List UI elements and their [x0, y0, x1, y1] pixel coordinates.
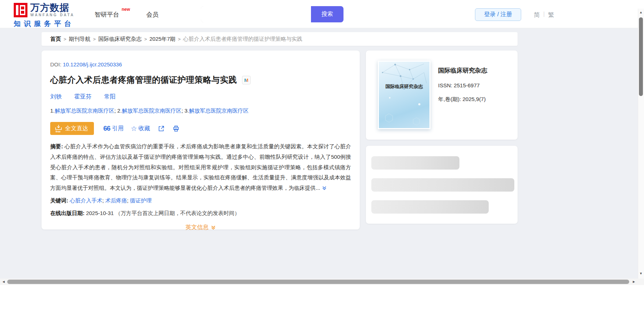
journal-cover[interactable]: 国际临床研究杂志: [378, 61, 431, 129]
author-link[interactable]: 霍亚芬: [74, 93, 91, 100]
keyword-link[interactable]: 循证护理: [130, 197, 152, 203]
horizontal-scrollbar-thumb[interactable]: [7, 280, 629, 284]
action-toolbar: free 全文直达 66 引用 ☆ 收藏: [50, 122, 351, 135]
affiliation-link[interactable]: 解放军总医院京南医疗区: [55, 108, 114, 114]
free-download-icon: free: [55, 124, 62, 133]
scroll-up-arrow[interactable]: ▲: [639, 11, 643, 14]
breadcrumb-journal-nav[interactable]: 期刊导航: [69, 36, 91, 43]
english-info-toggle[interactable]: 英文信息: [50, 224, 351, 231]
article-card: DOI: 10.12208/j.ijcr.20250336 心脏介入术后患者疼痛…: [42, 51, 360, 229]
medline-badge: M: [242, 76, 251, 84]
print-button[interactable]: [173, 125, 180, 132]
page: 万方数据 WANFANG DATA 知识服务平台 智研平台 new 会员 搜索 …: [0, 0, 644, 324]
quote-icon: 66: [103, 124, 110, 132]
keyword-link[interactable]: 心脏介入手术: [70, 197, 102, 203]
article-title: 心脏介入术后患者疼痛管理的循证护理策略与实践: [50, 74, 237, 86]
share-icon: [158, 125, 165, 132]
svg-text:M: M: [244, 77, 248, 83]
journal-volume: 年,卷(期): 2025,9(7): [438, 96, 487, 103]
chevron-double-down-icon: [209, 224, 216, 230]
breadcrumb-separator: >: [178, 36, 181, 42]
below-viewport-area: [0, 285, 644, 324]
site-header: 万方数据 WANFANG DATA 知识服务平台 智研平台 new 会员 搜索 …: [0, 0, 644, 28]
nav-item-member[interactable]: 会员: [146, 10, 159, 19]
skeleton-bar: [371, 178, 514, 192]
favorite-button[interactable]: ☆ 收藏: [131, 125, 150, 132]
author-list: 刘轶 霍亚芬 常阳: [50, 93, 351, 101]
doi-link[interactable]: 10.12208/j.ijcr.20250336: [63, 61, 122, 67]
breadcrumb-separator: >: [144, 36, 147, 42]
abstract-text: 心脏介入手术作为心血管疾病治疗的重要手段，术后疼痛成为影响患者康复和生活质量的关…: [50, 143, 351, 191]
breadcrumb: 首页 > 期刊导航 > 国际临床研究杂志 > 2025年7期 > 心脏介入术后患…: [42, 32, 518, 46]
abstract-label: 摘要:: [50, 143, 65, 149]
scrollbar-corner: [638, 279, 644, 285]
breadcrumb-home[interactable]: 首页: [50, 36, 61, 43]
doi-label: DOI:: [50, 61, 63, 67]
journal-cover-title: 国际临床研究杂志: [379, 83, 429, 90]
keyword-link[interactable]: 术后疼痛: [105, 197, 127, 203]
vertical-scrollbar-thumb[interactable]: [639, 17, 643, 96]
journal-name[interactable]: 国际临床研究杂志: [438, 66, 487, 75]
lang-divider: |: [543, 11, 545, 17]
skeleton-bar: [371, 200, 489, 214]
svg-text:free: free: [56, 130, 61, 133]
star-icon: ☆: [131, 125, 137, 132]
journal-issn: ISSN: 2515-6977: [438, 82, 487, 88]
nav-item-zhiyan[interactable]: 智研平台 new: [95, 10, 119, 19]
expand-abstract-icon[interactable]: [322, 185, 327, 192]
search-button[interactable]: 搜索: [311, 6, 343, 22]
breadcrumb-separator: >: [93, 36, 96, 42]
keywords-line: 关键词: 心脏介入手术; 术后疼痛; 循证护理: [50, 197, 351, 204]
skeleton-bar: [371, 156, 459, 170]
doi-line: DOI: 10.12208/j.ijcr.20250336: [50, 61, 351, 67]
logo-tagline: 知识服务平台: [14, 19, 86, 29]
scroll-down-arrow[interactable]: ▼: [639, 272, 643, 275]
breadcrumb-journal[interactable]: 国际临床研究杂志: [98, 36, 142, 43]
scroll-left-arrow[interactable]: ◄: [2, 280, 5, 283]
printer-icon: [173, 125, 180, 132]
logo-subtitle-en: WANFANG DATA: [30, 13, 74, 17]
loading-card: [366, 146, 518, 224]
keywords-label: 关键词:: [50, 197, 70, 203]
online-date-line: 在线出版日期: 2025-10-31 （万方平台首次上网日期，不代表论文的发表时…: [50, 210, 351, 217]
affiliation-link[interactable]: 解放军总医院京南医疗区: [122, 108, 181, 114]
online-date-note: （万方平台首次上网日期，不代表论文的发表时间）: [115, 210, 240, 216]
affiliation-list: 1.解放军总医院京南医疗区; 2.解放军总医院京南医疗区; 3.解放军总医院京南…: [50, 108, 351, 114]
author-link[interactable]: 常阳: [104, 93, 116, 100]
lang-simplified-toggle[interactable]: 简: [534, 11, 540, 19]
lang-traditional-toggle[interactable]: 繁: [548, 11, 554, 19]
online-date-value: 2025-10-31: [86, 210, 114, 216]
author-link[interactable]: 刘轶: [50, 93, 62, 100]
journal-card: 国际临床研究杂志 国际临床研究杂志 ISSN: 2515-6977 年,卷(期)…: [366, 51, 518, 140]
cover-network-decoration: [379, 62, 429, 128]
breadcrumb-issue[interactable]: 2025年7期: [150, 36, 176, 43]
fulltext-button[interactable]: free 全文直达: [50, 122, 94, 135]
login-register-button[interactable]: 登录 / 注册: [475, 8, 521, 21]
breadcrumb-current: 心脏介入术后患者疼痛管理的循证护理策略与实践: [183, 36, 302, 43]
logo-title: 万方数据: [30, 3, 74, 12]
abstract: 摘要: 心脏介入手术作为心血管疾病治疗的重要手段，术后疼痛成为影响患者康复和生活…: [50, 141, 351, 194]
affiliation-link[interactable]: 解放军总医院京南医疗区: [189, 108, 248, 114]
site-logo[interactable]: 万方数据 WANFANG DATA 知识服务平台: [14, 3, 86, 29]
new-badge: new: [122, 7, 130, 12]
wanfang-logo-icon: [14, 3, 27, 17]
search-input[interactable]: [201, 6, 311, 22]
search-bar: 搜索: [201, 6, 343, 22]
cite-button[interactable]: 66 引用: [103, 124, 124, 132]
online-date-label: 在线出版日期:: [50, 210, 86, 216]
scroll-right-arrow[interactable]: ►: [632, 280, 636, 283]
share-button[interactable]: [158, 125, 165, 132]
breadcrumb-separator: >: [64, 36, 66, 42]
